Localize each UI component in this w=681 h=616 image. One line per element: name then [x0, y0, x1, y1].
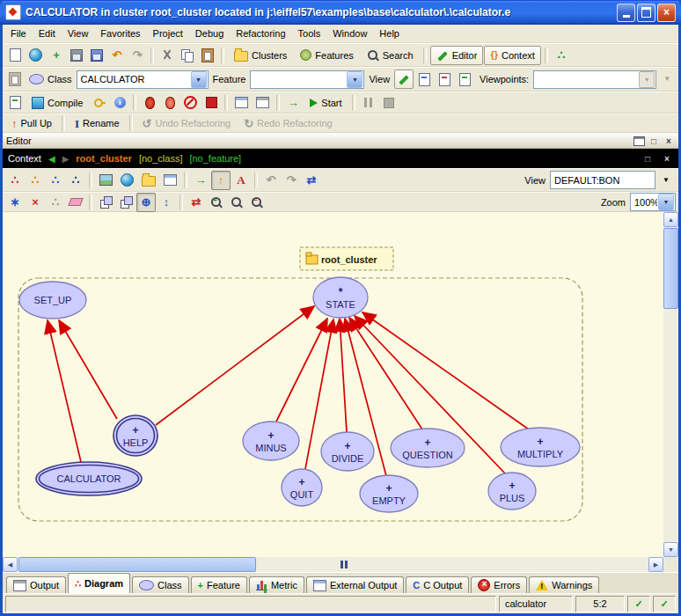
go-to-target-button[interactable]: →	[191, 171, 210, 190]
exception-window-button[interactable]	[253, 93, 273, 113]
paste-button[interactable]	[198, 46, 217, 65]
put-class-button[interactable]: ↑	[211, 171, 231, 190]
add-item-button[interactable]: +	[47, 46, 66, 65]
debug-step-button[interactable]	[160, 93, 179, 113]
zoom-combobox[interactable]: 100%▼	[630, 193, 676, 211]
zoom-fit-button[interactable]	[227, 193, 246, 212]
tab-errors[interactable]: Errors	[471, 576, 527, 593]
search-button[interactable]: Search	[361, 46, 420, 65]
export-html-button[interactable]	[117, 171, 137, 190]
chevron-down-icon[interactable]: ▼	[347, 71, 362, 88]
start-button[interactable]: Start	[304, 93, 348, 113]
vertical-scrollbar[interactable]: ▲ ▼	[663, 212, 678, 557]
clusters-button[interactable]: Clusters	[228, 46, 293, 65]
center-diagram-button[interactable]: ⊕	[136, 193, 156, 212]
undo-button[interactable]: ↶	[107, 46, 127, 65]
horizontal-scrollbar[interactable]: ◀ ▶	[3, 557, 663, 572]
context-cluster[interactable]: root_cluster	[76, 153, 132, 164]
context-toggle-button[interactable]: {}Context	[484, 46, 540, 65]
history-back-button[interactable]: ◀	[48, 154, 55, 164]
debug-window-button[interactable]	[231, 93, 252, 113]
zoom-in-button[interactable]: +	[207, 193, 226, 212]
menu-favorites[interactable]: Favorites	[94, 26, 146, 40]
scroll-down-button[interactable]: ▼	[663, 542, 678, 557]
menu-refactoring[interactable]: Refactoring	[230, 26, 291, 40]
save-all-button[interactable]	[87, 46, 106, 65]
edit-view-button[interactable]	[394, 70, 414, 89]
menu-file[interactable]: File	[4, 26, 33, 40]
chevron-down-icon[interactable]: ▼	[658, 194, 674, 210]
menu-debug[interactable]: Debug	[189, 26, 230, 40]
scroll-up-button[interactable]: ▲	[663, 212, 678, 227]
rename-button[interactable]: IRename	[69, 114, 126, 133]
inheritance-link-tool-button[interactable]: ∴	[66, 171, 85, 190]
pull-up-button[interactable]: ↑Pull Up	[5, 114, 58, 133]
erase-button[interactable]	[66, 193, 85, 212]
toggle-relations-button[interactable]: ⇄	[187, 193, 206, 212]
diagram-window-button[interactable]	[160, 171, 180, 190]
features-button[interactable]: Features	[294, 46, 359, 65]
clients-view-button[interactable]	[435, 70, 454, 89]
redo-button[interactable]: ↷	[128, 46, 147, 65]
float-panel-button[interactable]	[633, 136, 645, 147]
cut-button[interactable]	[157, 46, 177, 65]
sort-depth-button[interactable]: ↕	[157, 193, 176, 212]
interface-view-button[interactable]	[455, 70, 474, 89]
menu-project[interactable]: Project	[147, 26, 189, 40]
clear-breakpoints-button[interactable]	[201, 93, 221, 113]
new-cluster-tool-button[interactable]: ∴	[26, 171, 45, 190]
open-diagram-folder-button[interactable]	[138, 171, 159, 190]
project-info-button[interactable]	[110, 93, 129, 113]
snapshot-button[interactable]	[116, 193, 135, 212]
force-layout-button[interactable]: ∗	[5, 193, 25, 212]
copy-button[interactable]	[178, 46, 197, 65]
menu-view[interactable]: View	[62, 26, 95, 40]
feature-combobox[interactable]: ▼	[250, 70, 364, 89]
vertical-scrollbar-track[interactable]	[663, 310, 678, 542]
flat-view-button[interactable]	[414, 70, 434, 89]
title-bar[interactable]: CALCULATOR in cluster root_cluster locat…	[0, 0, 681, 25]
tab-external-output[interactable]: External Output	[306, 576, 404, 593]
tab-metric[interactable]: Metric	[249, 576, 304, 593]
scroll-left-button[interactable]: ◀	[3, 557, 18, 572]
close-button[interactable]: ×	[657, 4, 676, 22]
freeze-button[interactable]	[90, 93, 109, 113]
fit-to-screen-button[interactable]	[96, 193, 115, 212]
diagram-view-dropdown-button[interactable]: ▼	[656, 171, 676, 190]
tab-feature[interactable]: +Feature	[191, 576, 247, 593]
tab-warnings[interactable]: Warnings	[529, 576, 599, 593]
ignore-breakpoints-button[interactable]	[180, 93, 201, 113]
diagram-tool-button[interactable]: ∴	[552, 46, 571, 65]
export-image-button[interactable]	[96, 171, 116, 190]
go-button[interactable]: →	[283, 93, 303, 113]
new-class-tool-button[interactable]: ∴	[5, 171, 25, 190]
close-context-button[interactable]: ×	[661, 153, 673, 165]
text-label-button[interactable]: A	[231, 171, 251, 190]
vertical-scrollbar-thumb[interactable]	[663, 228, 678, 309]
chevron-down-icon[interactable]: ▼	[191, 71, 207, 88]
editor-toggle-button[interactable]: Editor	[430, 46, 484, 65]
horizontal-scrollbar-thumb[interactable]	[18, 557, 256, 572]
close-panel-button[interactable]: ×	[663, 136, 675, 147]
diagram-canvas[interactable]: root_clusterSET_UP*STATE+HELPCALCULATOR+…	[3, 212, 663, 557]
maximize-button[interactable]	[637, 4, 655, 22]
scroll-right-button[interactable]: ▶	[648, 557, 663, 572]
history-button[interactable]	[5, 70, 25, 89]
open-project-button[interactable]	[26, 46, 46, 65]
debug-run-button[interactable]	[140, 93, 159, 113]
anchor-button[interactable]: ∴	[46, 193, 65, 212]
save-button[interactable]	[67, 46, 86, 65]
class-combobox[interactable]: CALCULATOR▼	[77, 70, 209, 89]
zoom-out-button[interactable]: −	[247, 193, 267, 212]
tab-class[interactable]: Class	[132, 576, 189, 593]
menu-window[interactable]: Window	[326, 26, 373, 40]
client-link-tool-button[interactable]: ∴	[46, 171, 65, 190]
class-diagram[interactable]: root_clusterSET_UP*STATE+HELPCALCULATOR+…	[3, 212, 663, 557]
minimize-button[interactable]	[617, 4, 635, 22]
diagram-view-combobox[interactable]: DEFAULT:BON	[550, 171, 655, 189]
viewpoints-combobox[interactable]: ▼	[533, 70, 656, 89]
delete-item-button[interactable]: ×	[26, 193, 45, 212]
compile-button[interactable]: Compile	[26, 93, 89, 113]
melt-button[interactable]	[5, 93, 25, 113]
horizontal-scrollbar-track[interactable]	[257, 557, 648, 572]
